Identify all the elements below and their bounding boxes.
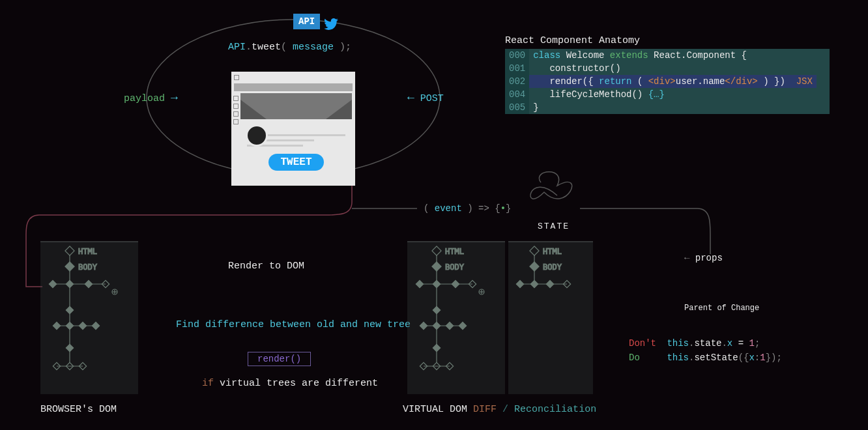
code-line: class Welcome extends React.Component { bbox=[529, 49, 817, 62]
svg-rect-60 bbox=[530, 246, 539, 255]
api-badge: API bbox=[293, 14, 320, 29]
anatomy-code-panel: 000 001 002 004 005 class Welcome extend… bbox=[505, 49, 824, 114]
parent-of-change-label: Parent of Change bbox=[684, 304, 759, 313]
svg-text:HTML: HTML bbox=[78, 247, 97, 256]
browser-dom-box: HTML BODY bbox=[40, 241, 138, 394]
svg-rect-20 bbox=[53, 322, 60, 329]
svg-rect-11 bbox=[85, 280, 92, 287]
svg-rect-9 bbox=[49, 280, 56, 287]
twitter-bird-icon bbox=[324, 18, 338, 33]
svg-rect-49 bbox=[420, 322, 427, 329]
svg-rect-67 bbox=[516, 280, 523, 287]
svg-rect-23 bbox=[92, 322, 99, 329]
svg-rect-63 bbox=[530, 262, 539, 271]
browser-titlebar bbox=[231, 72, 355, 83]
svg-text:HTML: HTML bbox=[445, 247, 464, 256]
svg-rect-1 bbox=[65, 246, 74, 255]
tweet-button[interactable]: TWEET bbox=[268, 154, 323, 171]
sidebar-box-icon bbox=[233, 119, 239, 124]
svg-rect-34 bbox=[432, 262, 441, 271]
svg-rect-17 bbox=[66, 306, 73, 313]
sidebar-box-icon bbox=[233, 111, 239, 117]
window-control-icon bbox=[234, 75, 239, 80]
event-handler-label: ( event ) => {•} bbox=[424, 203, 511, 214]
svg-rect-52 bbox=[459, 322, 466, 329]
post-label: ← POST bbox=[407, 91, 444, 104]
svg-rect-21 bbox=[66, 322, 73, 329]
code-line-highlighted: render({ return ( <div>user.name</div> )… bbox=[529, 75, 817, 88]
state-label: STATE bbox=[538, 222, 570, 231]
virtual-dom-box-old: HTML BODY bbox=[407, 241, 505, 394]
svg-rect-10 bbox=[66, 280, 73, 287]
code-line: lifeCycleMethod() {…} bbox=[529, 88, 817, 101]
svg-rect-22 bbox=[79, 322, 86, 329]
svg-rect-25 bbox=[66, 344, 73, 351]
svg-rect-51 bbox=[446, 322, 453, 329]
diff-description: Find difference between old and new tree bbox=[176, 319, 411, 330]
svg-text:BODY: BODY bbox=[543, 263, 562, 272]
render-to-dom-label: Render to DOM bbox=[228, 261, 304, 272]
svg-rect-68 bbox=[530, 280, 538, 287]
code-line: } bbox=[529, 101, 817, 114]
browser-window: TWEET bbox=[231, 72, 355, 186]
state-rules-block: Don't this.state.x = 1; Do this.setState… bbox=[629, 336, 782, 365]
browser-url-bar bbox=[234, 83, 353, 91]
svg-text:HTML: HTML bbox=[543, 247, 562, 256]
virtual-dom-box-new: HTML BODY bbox=[508, 241, 593, 394]
svg-rect-39 bbox=[433, 280, 440, 287]
code-gutter: 000 001 002 004 005 bbox=[505, 49, 529, 114]
hero-image bbox=[240, 93, 352, 119]
if-condition-label: if virtual trees are different bbox=[202, 378, 378, 389]
virtual-dom-label: VIRTUAL DOM DIFF / Reconciliation bbox=[403, 404, 596, 415]
props-label: ← props bbox=[684, 253, 723, 263]
code-line: constructor() bbox=[529, 62, 817, 75]
svg-rect-31 bbox=[432, 246, 441, 255]
avatar bbox=[246, 124, 268, 147]
payload-label: payload → bbox=[124, 91, 178, 104]
sidebar-box-icon bbox=[233, 96, 239, 101]
api-call-code: API.tweet( message ); bbox=[228, 42, 351, 53]
svg-rect-40 bbox=[452, 280, 459, 287]
svg-rect-4 bbox=[65, 262, 74, 271]
svg-rect-46 bbox=[433, 306, 440, 313]
sidebar-box-icon bbox=[233, 104, 239, 109]
svg-rect-38 bbox=[416, 280, 423, 287]
svg-rect-50 bbox=[433, 322, 440, 329]
svg-text:BODY: BODY bbox=[445, 263, 465, 272]
browser-dom-label: BROWSER's DOM bbox=[40, 404, 117, 415]
render-pill: render() bbox=[248, 352, 311, 366]
svg-rect-69 bbox=[546, 280, 553, 287]
svg-text:BODY: BODY bbox=[78, 263, 98, 272]
anatomy-title: React Component Anatomy bbox=[505, 35, 640, 46]
svg-rect-54 bbox=[433, 344, 440, 351]
